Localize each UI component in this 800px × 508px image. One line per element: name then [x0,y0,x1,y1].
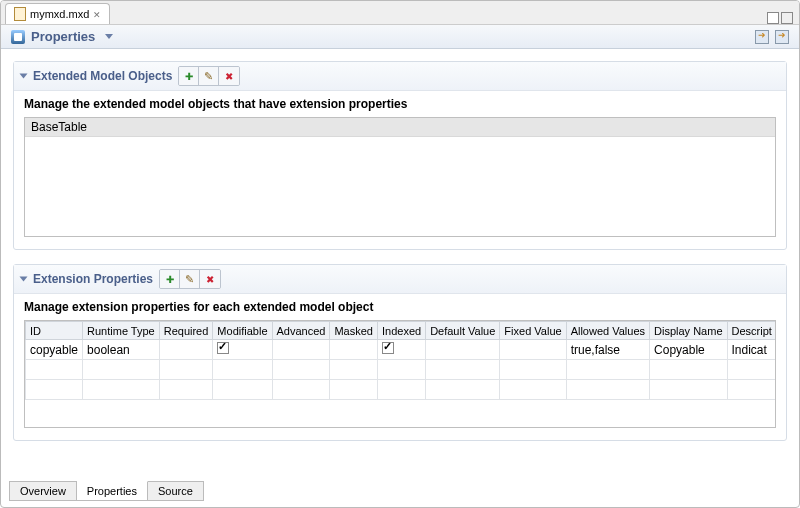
tab-source[interactable]: Source [148,481,204,501]
cell-id[interactable]: copyable [26,340,83,360]
col-advanced[interactable]: Advanced [272,322,330,340]
pin-icon[interactable] [775,30,789,44]
content-area: Extended Model Objects Manage the extend… [1,49,799,479]
table-row [26,360,777,380]
collapse-icon[interactable] [20,277,28,282]
view-title-label: Properties [31,29,95,44]
bottom-tabs: Overview Properties Source [9,481,204,501]
cell-masked[interactable] [330,340,378,360]
editor-tab[interactable]: mymxd.mxd [5,3,110,24]
col-indexed[interactable]: Indexed [377,322,425,340]
properties-table-scroll[interactable]: ID Runtime Type Required Modifiable Adva… [24,320,776,428]
view-title: Properties [11,29,113,44]
close-icon[interactable] [93,8,101,20]
cell-modifiable[interactable] [213,340,272,360]
section-title: Extension Properties [33,272,153,286]
col-modifiable[interactable]: Modifiable [213,322,272,340]
table-row[interactable]: copyable boolean true,false Copyable In [26,340,777,360]
section-description: Manage extension properties for each ext… [24,300,776,314]
col-masked[interactable]: Masked [330,322,378,340]
checkbox-icon[interactable] [217,342,229,354]
cell-display-name[interactable]: Copyable [650,340,727,360]
list-item[interactable]: BaseTable [25,118,775,137]
editor-tab-label: mymxd.mxd [30,8,89,20]
add-button[interactable] [179,67,199,85]
table-row [26,380,777,400]
cell-fixed-value[interactable] [500,340,566,360]
cell-default-value[interactable] [426,340,500,360]
section-description: Manage the extended model objects that h… [24,97,776,111]
delete-button[interactable] [219,67,239,85]
col-default-value[interactable]: Default Value [426,322,500,340]
cell-required[interactable] [159,340,213,360]
chevron-down-icon[interactable] [105,34,113,39]
col-allowed-values[interactable]: Allowed Values [566,322,649,340]
col-display-name[interactable]: Display Name [650,322,727,340]
link-with-editor-icon[interactable] [755,30,769,44]
cell-runtime-type[interactable]: boolean [83,340,160,360]
col-runtime-type[interactable]: Runtime Type [83,322,160,340]
tab-properties[interactable]: Properties [77,481,148,501]
edit-button[interactable] [180,270,200,288]
section-header: Extended Model Objects [14,62,786,91]
checkbox-icon[interactable] [382,342,394,354]
tab-overview[interactable]: Overview [9,481,77,501]
section-title: Extended Model Objects [33,69,172,83]
window-controls [767,12,799,24]
properties-table: ID Runtime Type Required Modifiable Adva… [25,321,776,400]
extended-model-objects-section: Extended Model Objects Manage the extend… [13,61,787,250]
col-id[interactable]: ID [26,322,83,340]
extension-properties-section: Extension Properties Manage extension pr… [13,264,787,441]
cell-advanced[interactable] [272,340,330,360]
document-icon [14,7,26,21]
cell-allowed-values[interactable]: true,false [566,340,649,360]
cell-indexed[interactable] [377,340,425,360]
cell-description[interactable]: Indicat [727,340,776,360]
section-toolbar [178,66,240,86]
model-objects-list[interactable]: BaseTable [24,117,776,237]
table-header-row: ID Runtime Type Required Modifiable Adva… [26,322,777,340]
collapse-icon[interactable] [20,74,28,79]
editor-tabbar: mymxd.mxd [1,1,799,25]
section-header: Extension Properties [14,265,786,294]
minimize-icon[interactable] [767,12,779,24]
add-button[interactable] [160,270,180,288]
delete-button[interactable] [200,270,220,288]
view-header: Properties [1,25,799,49]
properties-icon [11,30,25,44]
col-description[interactable]: Descript [727,322,776,340]
section-toolbar [159,269,221,289]
col-required[interactable]: Required [159,322,213,340]
col-fixed-value[interactable]: Fixed Value [500,322,566,340]
maximize-icon[interactable] [781,12,793,24]
edit-button[interactable] [199,67,219,85]
